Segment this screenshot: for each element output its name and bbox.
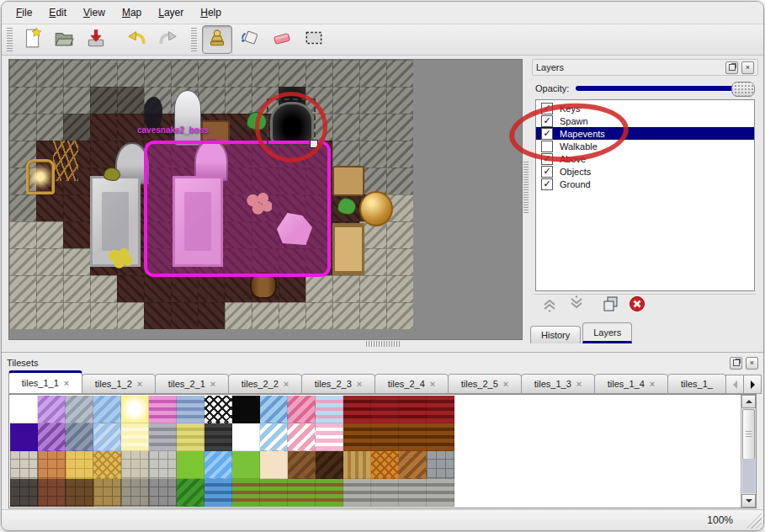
palette-tile[interactable] — [38, 479, 66, 507]
map-tile[interactable] — [198, 87, 225, 114]
palette-tile[interactable] — [149, 451, 177, 479]
palette-tile[interactable] — [260, 396, 288, 423]
eraser-tool-button[interactable] — [268, 26, 296, 53]
map-tile[interactable] — [36, 87, 63, 114]
palette-tile[interactable] — [316, 396, 343, 423]
layer-visibility-checkbox[interactable]: ✓ — [541, 153, 553, 165]
map-tile[interactable] — [90, 275, 117, 302]
map-tile[interactable] — [63, 194, 90, 221]
map-tile[interactable] — [332, 114, 359, 141]
layer-row-keys[interactable]: ✓Keys — [536, 102, 754, 114]
layer-visibility-checkbox[interactable]: ✓ — [541, 128, 553, 140]
palette-tile[interactable] — [121, 396, 149, 423]
layer-row-objects[interactable]: ✓Objects — [536, 165, 754, 178]
map-tile[interactable] — [359, 302, 386, 329]
map-tile[interactable] — [386, 221, 413, 248]
map-tile[interactable] — [90, 87, 117, 114]
palette-tile[interactable] — [121, 451, 149, 479]
layer-row-above[interactable]: ✓Above — [536, 152, 754, 165]
palette-tile[interactable] — [399, 479, 427, 507]
tileset-tab-tiles_1_4[interactable]: tiles_1_4× — [594, 374, 668, 394]
tile-cursor[interactable] — [267, 98, 316, 146]
palette-tile[interactable] — [38, 451, 66, 479]
map-tile[interactable] — [9, 221, 36, 248]
close-tab-icon[interactable]: × — [64, 378, 69, 388]
palette-tile[interactable] — [260, 423, 288, 451]
map-tile[interactable] — [386, 141, 413, 168]
map-tile[interactable] — [198, 302, 225, 329]
scroll-up-button[interactable] — [741, 395, 756, 408]
palette-tile[interactable] — [316, 451, 343, 479]
palette-tile[interactable] — [343, 396, 371, 423]
palette-tile[interactable] — [288, 451, 316, 479]
tileset-tab-tiles_1_[interactable]: tiles_1_ — [667, 374, 726, 394]
tileset-tab-tiles_1_2[interactable]: tiles_1_2× — [82, 374, 156, 394]
palette-tile[interactable] — [66, 451, 93, 479]
palette-tile[interactable] — [10, 479, 38, 507]
palette-tile[interactable] — [121, 479, 149, 507]
close-tab-icon[interactable]: × — [503, 379, 508, 389]
map-tile[interactable] — [36, 114, 63, 141]
palette-tile[interactable] — [399, 451, 427, 479]
map-tile[interactable] — [332, 87, 359, 114]
layer-row-mapevents[interactable]: ✓Mapevents — [536, 127, 754, 140]
palette-tile[interactable] — [232, 396, 260, 423]
map-tile[interactable] — [90, 60, 117, 87]
palette-tile[interactable] — [38, 423, 66, 451]
map-tile[interactable] — [63, 302, 90, 329]
map-tile[interactable] — [90, 141, 117, 168]
map-tile[interactable] — [359, 275, 386, 302]
palette-tile[interactable] — [177, 423, 205, 451]
map-tile[interactable] — [144, 275, 171, 302]
resize-grip[interactable] — [745, 512, 762, 529]
map-tile[interactable] — [36, 302, 63, 329]
layer-row-spawn[interactable]: ✓Spawn — [536, 114, 754, 127]
menu-item-help[interactable]: Help — [193, 4, 229, 21]
layer-visibility-checkbox[interactable]: ✓ — [541, 103, 553, 114]
map-tile[interactable] — [332, 141, 359, 168]
palette-tile[interactable] — [371, 396, 399, 423]
menu-item-layer[interactable]: Layer — [151, 4, 191, 21]
delete-layer-button[interactable] — [628, 296, 646, 315]
map-tile[interactable] — [117, 302, 144, 329]
map-tile[interactable] — [359, 114, 386, 141]
layer-visibility-checkbox[interactable]: ✓ — [541, 115, 553, 127]
map-tile[interactable] — [305, 60, 332, 87]
map-tile[interactable] — [90, 114, 117, 141]
map-tile[interactable] — [63, 114, 90, 141]
cursor-resize-handle[interactable] — [310, 140, 318, 148]
float-panel-icon[interactable] — [725, 61, 738, 74]
float-panel-icon[interactable] — [730, 357, 742, 370]
map-tile[interactable] — [386, 168, 413, 194]
close-tab-icon[interactable]: × — [650, 379, 655, 389]
scroll-down-button[interactable] — [741, 494, 756, 508]
tabs-scroll-left-button[interactable] — [725, 375, 743, 394]
palette-tile[interactable] — [66, 479, 93, 507]
map-view[interactable]: cavesnake2_boss — [8, 59, 523, 340]
palette-tile[interactable] — [10, 423, 38, 451]
map-tile[interactable] — [305, 275, 332, 302]
tileset-tab-tiles_2_2[interactable]: tiles_2_2× — [228, 374, 302, 394]
new-file-button[interactable] — [18, 26, 46, 53]
map-tile[interactable] — [332, 302, 359, 329]
layer-visibility-checkbox[interactable]: ✓ — [541, 178, 553, 190]
duplicate-layer-button[interactable] — [601, 296, 619, 315]
toolbar-drag-handle[interactable] — [191, 28, 197, 51]
map-tile[interactable] — [332, 275, 359, 302]
map-tile[interactable] — [144, 302, 171, 329]
close-tab-icon[interactable]: × — [210, 379, 215, 389]
map-tile[interactable] — [386, 60, 413, 87]
palette-tile[interactable] — [177, 396, 205, 423]
palette-tile[interactable] — [38, 396, 66, 423]
map-tile[interactable] — [386, 248, 413, 275]
layer-row-ground[interactable]: ✓Ground — [536, 178, 754, 190]
lower-layer-button[interactable] — [567, 296, 586, 315]
layer-visibility-checkbox[interactable]: ✓ — [541, 166, 553, 178]
palette-tile[interactable] — [66, 396, 93, 423]
map-tile[interactable] — [198, 60, 225, 87]
map-tile[interactable] — [386, 275, 413, 302]
map-tile[interactable] — [9, 87, 36, 114]
palette-tile[interactable] — [149, 396, 177, 423]
palette-tile[interactable] — [205, 423, 232, 451]
map-tile[interactable] — [171, 275, 198, 302]
